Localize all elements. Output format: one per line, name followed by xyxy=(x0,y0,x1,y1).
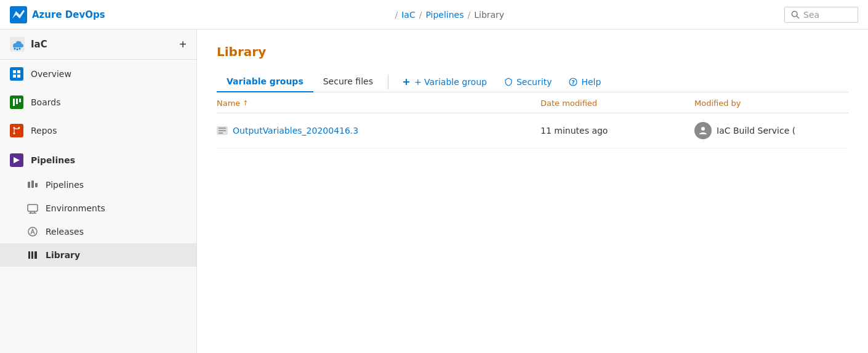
logo-text: Azure DevOps xyxy=(32,9,105,20)
breadcrumb: / IaC / Pipelines / Library xyxy=(120,10,779,20)
releases-icon xyxy=(27,226,38,237)
main-layout: IaC + Overview Boards xyxy=(0,30,868,353)
svg-rect-8 xyxy=(17,70,20,73)
pipelines-sub-icon xyxy=(27,179,38,190)
search-icon xyxy=(791,10,800,19)
overview-icon xyxy=(10,67,23,81)
cell-name: OutputVariables_20200416.3 xyxy=(217,126,540,136)
library-icon xyxy=(27,250,38,261)
svg-point-5 xyxy=(17,49,18,51)
sidebar-item-environments-label: Environments xyxy=(46,203,105,213)
sidebar-item-releases-label: Releases xyxy=(46,227,84,237)
svg-marker-20 xyxy=(14,157,20,163)
svg-rect-31 xyxy=(31,251,33,259)
add-variable-group-button[interactable]: + Variable group xyxy=(393,73,496,91)
sidebar-item-library[interactable]: Library xyxy=(0,243,196,267)
sidebar-item-overview[interactable]: Overview xyxy=(0,60,196,88)
search-placeholder: Sea xyxy=(803,10,819,20)
boards-icon xyxy=(10,95,23,109)
environments-icon xyxy=(27,203,38,214)
sidebar-item-environments[interactable]: Environments xyxy=(0,197,196,220)
breadcrumb-iac[interactable]: IaC xyxy=(401,10,415,20)
help-icon: ? xyxy=(569,78,577,86)
svg-rect-22 xyxy=(31,181,34,188)
svg-rect-23 xyxy=(35,183,38,187)
sidebar-item-pipelines-header[interactable]: Pipelines xyxy=(0,145,196,173)
svg-point-4 xyxy=(14,48,16,50)
sidebar-item-pipelines-label: Pipelines xyxy=(46,180,84,190)
svg-rect-13 xyxy=(19,99,21,102)
breadcrumb-sep-0: / xyxy=(395,10,398,20)
iac-project-icon xyxy=(10,37,25,52)
sort-arrow: ↑ xyxy=(243,99,248,107)
svg-line-2 xyxy=(797,16,799,18)
column-date-modified[interactable]: Date modified xyxy=(540,99,694,108)
svg-point-6 xyxy=(19,48,21,50)
svg-rect-10 xyxy=(17,75,20,78)
sidebar-item-pipelines-header-label: Pipelines xyxy=(31,155,75,165)
sidebar-item-boards[interactable]: Boards xyxy=(0,88,196,116)
sidebar-project-name: IaC xyxy=(31,39,47,50)
sidebar-item-repos[interactable]: Repos xyxy=(0,116,196,145)
sidebar-item-boards-label: Boards xyxy=(31,97,60,107)
modified-by-value: IaC Build Service ( xyxy=(717,126,795,136)
topbar: Azure DevOps / IaC / Pipelines / Library… xyxy=(0,0,868,30)
sidebar-item-overview-label: Overview xyxy=(31,69,71,79)
content-area: Library Variable groups Secure files + V… xyxy=(197,30,868,353)
pipelines-main-icon xyxy=(10,153,23,167)
variable-group-icon xyxy=(217,126,228,135)
breadcrumb-library: Library xyxy=(474,10,504,20)
breadcrumb-pipelines[interactable]: Pipelines xyxy=(425,10,464,20)
svg-rect-9 xyxy=(13,75,16,78)
svg-rect-7 xyxy=(13,70,16,73)
sidebar-add-button[interactable]: + xyxy=(179,38,187,51)
tab-divider xyxy=(388,75,388,89)
search-box[interactable]: Sea xyxy=(784,7,858,23)
column-name[interactable]: Name ↑ xyxy=(217,99,540,108)
plus-icon xyxy=(402,78,411,86)
table-row[interactable]: OutputVariables_20200416.3 11 minutes ag… xyxy=(217,113,848,148)
sidebar-item-repos-label: Repos xyxy=(31,126,57,136)
svg-text:?: ? xyxy=(572,79,575,86)
variable-group-name: OutputVariables_20200416.3 xyxy=(233,126,358,136)
tab-variable-groups[interactable]: Variable groups xyxy=(217,71,313,92)
svg-point-15 xyxy=(14,132,15,134)
repos-icon xyxy=(10,124,23,137)
sidebar-item-pipelines[interactable]: Pipelines xyxy=(0,173,196,197)
security-icon xyxy=(504,78,513,86)
svg-rect-24 xyxy=(28,205,38,211)
page-title: Library xyxy=(217,44,848,59)
column-modified-by[interactable]: Modified by xyxy=(694,99,848,108)
table-header: Name ↑ Date modified Modified by xyxy=(217,92,848,113)
sidebar-item-library-label: Library xyxy=(46,250,80,260)
svg-rect-30 xyxy=(28,251,30,259)
sidebar-header: IaC + xyxy=(0,30,196,60)
svg-rect-21 xyxy=(28,182,30,188)
breadcrumb-sep-2: / xyxy=(467,10,470,20)
logo[interactable]: Azure DevOps xyxy=(10,6,105,23)
svg-rect-11 xyxy=(13,99,15,106)
svg-rect-32 xyxy=(34,251,37,259)
breadcrumb-sep-1: / xyxy=(419,10,422,20)
azure-devops-logo-icon xyxy=(10,6,27,23)
tabs-bar: Variable groups Secure files + Variable … xyxy=(217,71,848,92)
svg-point-41 xyxy=(701,127,705,131)
help-button[interactable]: ? Help xyxy=(560,73,609,91)
svg-point-1 xyxy=(792,11,797,17)
cell-date-modified: 11 minutes ago xyxy=(540,126,694,136)
date-modified-value: 11 minutes ago xyxy=(540,126,608,136)
security-button[interactable]: Security xyxy=(496,73,561,91)
tab-secure-files[interactable]: Secure files xyxy=(313,71,383,92)
avatar xyxy=(694,122,712,139)
cell-modified-by: IaC Build Service ( xyxy=(694,122,848,139)
sidebar: IaC + Overview Boards xyxy=(0,30,197,353)
sidebar-item-releases[interactable]: Releases xyxy=(0,220,196,243)
svg-rect-12 xyxy=(16,99,18,104)
